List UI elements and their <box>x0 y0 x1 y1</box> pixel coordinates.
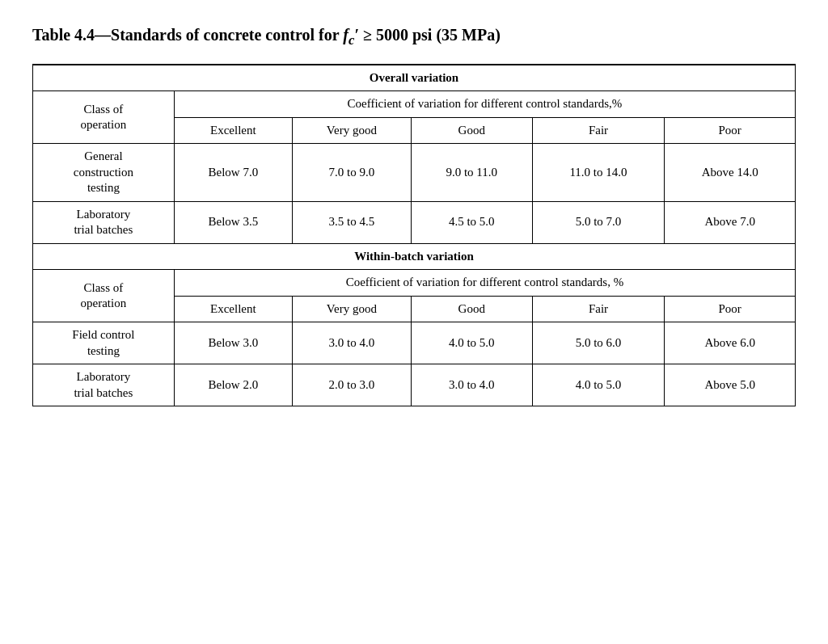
within-row-1-val-3: 4.0 to 5.0 <box>532 364 665 406</box>
within-row-1-val-0: Below 2.0 <box>174 364 292 406</box>
overall-section-header-row: Overall variation <box>33 65 796 91</box>
overall-row-0: Generalconstructiontesting Below 7.0 7.0… <box>33 144 796 202</box>
within-row-0-val-0: Below 3.0 <box>174 322 292 364</box>
formula-text: fc′ <box>343 26 359 44</box>
overall-row-1: Laboratorytrial batches Below 3.5 3.5 to… <box>33 201 796 243</box>
within-col-fair: Fair <box>532 296 665 322</box>
main-table: Overall variation Class ofoperation Coef… <box>32 65 796 407</box>
overall-row-0-val-1: 7.0 to 9.0 <box>292 144 411 202</box>
within-section-header-row: Within-batch variation <box>33 243 796 270</box>
within-row-1-val-1: 2.0 to 3.0 <box>292 364 411 406</box>
overall-row-0-val-4: Above 14.0 <box>665 144 796 202</box>
overall-row-0-val-2: 9.0 to 11.0 <box>411 144 532 202</box>
within-row-0-val-2: 4.0 to 5.0 <box>411 322 532 364</box>
within-coeff-row: Class ofoperation Coefficient of variati… <box>33 270 796 297</box>
within-row-1-label: Laboratorytrial batches <box>33 364 175 406</box>
within-col-good: Good <box>411 296 532 322</box>
overall-col-good: Good <box>411 117 532 144</box>
overall-row-1-val-0: Below 3.5 <box>174 201 292 243</box>
overall-class-header: Class ofoperation <box>33 91 175 144</box>
overall-row-0-val-0: Below 7.0 <box>174 144 292 202</box>
title-suffix: ≥ 5000 psi (35 MPa) <box>359 26 501 44</box>
overall-coeff-row: Class ofoperation Coefficient of variati… <box>33 91 796 118</box>
overall-row-1-label: Laboratorytrial batches <box>33 201 175 243</box>
overall-col-verygood: Very good <box>292 117 411 144</box>
page-title: Table 4.4—Standards of concrete control … <box>32 24 796 49</box>
overall-row-1-val-4: Above 7.0 <box>665 201 796 243</box>
within-row-0-label: Field controltesting <box>33 322 175 364</box>
within-row-0-val-1: 3.0 to 4.0 <box>292 322 411 364</box>
within-section-header: Within-batch variation <box>33 243 796 270</box>
within-row-1-val-2: 3.0 to 4.0 <box>411 364 532 406</box>
within-col-excellent: Excellent <box>174 296 292 322</box>
within-row-0: Field controltesting Below 3.0 3.0 to 4.… <box>33 322 796 364</box>
within-row-0-val-3: 5.0 to 6.0 <box>532 322 665 364</box>
within-class-header: Class ofoperation <box>33 270 175 322</box>
overall-col-excellent: Excellent <box>174 117 292 144</box>
overall-row-0-label: Generalconstructiontesting <box>33 144 175 202</box>
title-text: Table 4.4—Standards of concrete control … <box>32 26 343 44</box>
overall-row-1-val-2: 4.5 to 5.0 <box>411 201 532 243</box>
overall-row-0-val-3: 11.0 to 14.0 <box>532 144 665 202</box>
overall-col-fair: Fair <box>532 117 665 144</box>
within-col-verygood: Very good <box>292 296 411 322</box>
within-col-poor: Poor <box>665 296 796 322</box>
within-row-0-val-4: Above 6.0 <box>665 322 796 364</box>
overall-coeff-header: Coefficient of variation for different c… <box>174 91 795 118</box>
overall-col-poor: Poor <box>665 117 796 144</box>
within-row-1: Laboratorytrial batches Below 2.0 2.0 to… <box>33 364 796 406</box>
within-coeff-header: Coefficient of variation for different c… <box>174 270 795 297</box>
overall-section-header: Overall variation <box>33 65 796 91</box>
overall-row-1-val-3: 5.0 to 7.0 <box>532 201 665 243</box>
overall-row-1-val-1: 3.5 to 4.5 <box>292 201 411 243</box>
within-row-1-val-4: Above 5.0 <box>665 364 796 406</box>
